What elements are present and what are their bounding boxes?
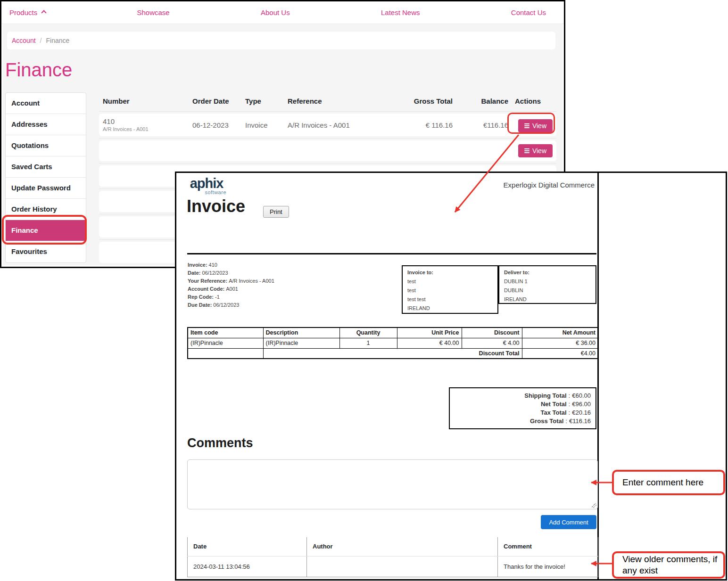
item-row: (IR)Pinnacle (IR)Pinnacle 1 € 40.00 € 4.… [188, 338, 598, 348]
add-comment-button[interactable]: Add Comment [541, 515, 596, 529]
view-button-label: View [532, 147, 546, 155]
detail-value: 06/12/2023 [213, 302, 239, 308]
tax-total-line: Tax Total:€20.16 [450, 409, 591, 416]
sidebar-item-saved-carts[interactable]: Saved Carts [6, 156, 86, 178]
total-value: €96.00 [572, 401, 591, 408]
col-header-balance: Balance [453, 97, 508, 105]
comments-header-row: Date Author Comment [188, 537, 598, 556]
items-header-row: Item code Description Quantity Unit Pric… [188, 327, 598, 338]
total-label: Tax Total [540, 409, 566, 416]
comment-date-cell: 2024-03-11 13:04:56 [188, 556, 307, 577]
address-line: test test [407, 296, 493, 302]
aphix-logo: aphix software [187, 177, 226, 195]
invoice-row-410: 410A/R Invoices - A001 06-12-2023 Invoic… [99, 114, 556, 136]
total-separator: : [569, 409, 571, 416]
breadcrumb-account-link[interactable]: Account [12, 37, 36, 44]
gross-total-line: Gross Total:€116.16 [450, 417, 591, 425]
breadcrumb-separator: / [40, 37, 42, 44]
list-icon [524, 123, 529, 128]
col-header-actions: Actions [508, 97, 553, 105]
view-invoice-button-2[interactable]: View [518, 144, 553, 157]
comment-text-cell: Thanks for the invoice! [498, 556, 598, 577]
address-line: DUBLIN 1 [504, 278, 591, 284]
invoice-number: 410 [103, 117, 115, 125]
comment-author-cell [307, 556, 498, 577]
address-line: DUBLIN [504, 287, 591, 293]
sidebar-item-quotations[interactable]: Quotations [6, 135, 86, 156]
gross-total-cell: € 116.16 [387, 121, 453, 129]
comments-table: Date Author Comment 2024-03-11 13:04:56 … [187, 537, 598, 577]
sidebar-item-addresses[interactable]: Addresses [6, 114, 86, 135]
detail-label: Due Date: [188, 302, 212, 308]
actions-cell: View [508, 118, 553, 132]
detail-due-date: Due Date:06/12/2023 [188, 302, 274, 308]
nav-item-products[interactable]: Products [9, 8, 46, 16]
col-net-amount: Net Amount [522, 327, 598, 338]
sidebar-item-update-password[interactable]: Update Password [6, 178, 86, 199]
invoice-document: aphix software Experlogix Digital Commer… [176, 173, 599, 579]
detail-label: Rep Code: [188, 294, 214, 300]
aphix-logo-brand: aphix [187, 177, 226, 190]
annotation-margin [599, 173, 726, 579]
sidebar-item-account[interactable]: Account [6, 93, 86, 114]
type-cell: Invoice [245, 121, 288, 129]
col-header-order-date: Order Date [192, 97, 245, 105]
col-description: Description [263, 327, 339, 338]
shipping-total-line: Shipping Total:€60.00 [450, 392, 591, 399]
invoice-title: Invoice [187, 196, 245, 216]
invoice-totals-box: Shipping Total:€60.00 Net Total:€96.00 T… [449, 387, 596, 429]
invoice-window: aphix software Experlogix Digital Commer… [175, 172, 727, 581]
comment-textarea[interactable] [187, 459, 598, 509]
detail-label: Invoice: [188, 262, 207, 268]
empty-cell [188, 348, 263, 359]
comment-row: 2024-03-11 13:04:56 Thanks for the invoi… [188, 556, 598, 577]
detail-value: -1 [215, 294, 220, 300]
callout-text: View older comments, if any exist [622, 554, 719, 576]
view-older-comments-callout: View older comments, if any exist [612, 551, 725, 579]
address-line: IRELAND [504, 296, 591, 302]
sidebar-item-favourites[interactable]: Favourites [6, 241, 86, 262]
print-button[interactable]: Print [263, 206, 289, 218]
nav-item-about-us[interactable]: About Us [261, 8, 290, 16]
col-unit-price: Unit Price [397, 327, 462, 338]
net-amount-cell: € 36.00 [522, 338, 598, 348]
detail-label: Date: [188, 270, 201, 276]
invoice-to-label: Invoice to: [407, 270, 493, 275]
reference-cell: A/R Invoices - A001 [288, 121, 387, 129]
items-footer-row: Discount Total €4.00 [188, 348, 598, 359]
resize-handle-icon[interactable] [592, 503, 596, 508]
breadcrumb-current: Finance [46, 37, 69, 44]
sidebar-item-finance[interactable]: Finance [6, 220, 86, 241]
detail-value: A/R Invoices - A001 [229, 278, 274, 284]
detail-date: Date:06/12/2023 [188, 270, 274, 276]
col-header-number: Number [103, 97, 192, 105]
comment-input-wrap [187, 459, 598, 509]
col-comment: Comment [498, 537, 598, 556]
detail-account-code: Account Code:A001 [188, 286, 274, 292]
view-invoice-button[interactable]: View [518, 119, 553, 132]
address-line: IRELAND [407, 305, 493, 311]
total-value: €60.00 [572, 392, 591, 399]
col-header-gross-total: Gross Total [387, 97, 453, 105]
nav-item-latest-news[interactable]: Latest News [381, 8, 420, 16]
deliver-to-box: Deliver to: DUBLIN 1 DUBLIN IRELAND [498, 265, 596, 304]
balance-cell: €116.16 [453, 121, 508, 129]
address-line: test [407, 287, 493, 293]
discount-total-value: €4.00 [522, 348, 598, 359]
nav-item-contact-us[interactable]: Contact Us [511, 8, 546, 16]
col-quantity: Quantity [339, 327, 397, 338]
invoice-details: Invoice:410 Date:06/12/2023 Your Referen… [188, 262, 274, 310]
unit-price-cell: € 40.00 [397, 338, 462, 348]
divider [99, 111, 556, 112]
total-label: Shipping Total [524, 392, 566, 399]
nav-item-products-label: Products [9, 8, 37, 16]
sidebar-item-order-history[interactable]: Order History [6, 199, 86, 220]
detail-rep-code: Rep Code:-1 [188, 294, 274, 300]
divider [99, 163, 556, 164]
comments-heading: Comments [187, 436, 253, 450]
nav-item-showcase[interactable]: Showcase [137, 8, 169, 16]
detail-label: Your Reference: [188, 278, 227, 284]
chevron-up-icon [41, 10, 47, 15]
account-sidebar: Account Addresses Quotations Saved Carts… [5, 92, 86, 263]
col-item-code: Item code [188, 327, 263, 338]
